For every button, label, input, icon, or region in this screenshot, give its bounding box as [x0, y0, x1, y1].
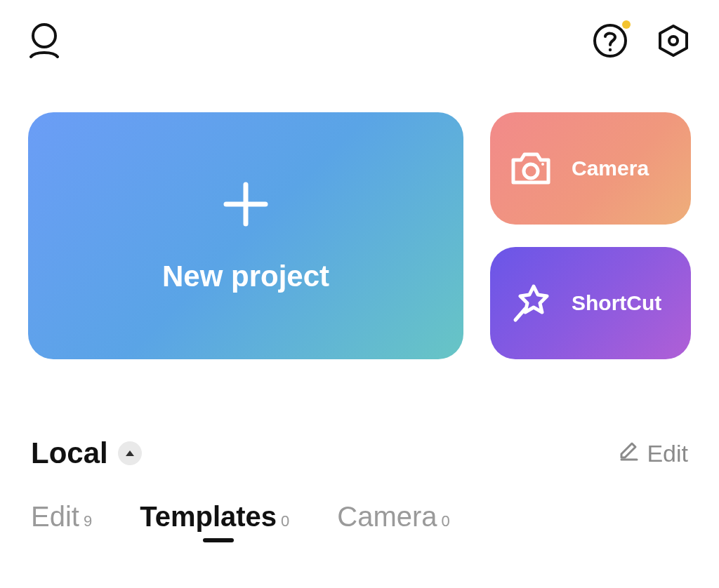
- settings-button[interactable]: [656, 23, 691, 61]
- shortcut-label: ShortCut: [572, 291, 661, 315]
- tab-count: 9: [84, 512, 92, 530]
- settings-icon: [656, 23, 691, 61]
- camera-card[interactable]: Camera: [490, 112, 691, 225]
- svg-point-0: [33, 25, 55, 47]
- action-cards: New project Camera ShortCut: [0, 70, 719, 359]
- header-right: [593, 23, 691, 61]
- pencil-icon: [617, 439, 640, 467]
- new-project-label: New project: [162, 260, 329, 293]
- edit-label: Edit: [647, 440, 688, 467]
- header: [0, 0, 719, 70]
- profile-icon: [28, 23, 60, 61]
- camera-icon: [510, 147, 552, 189]
- svg-point-2: [609, 48, 612, 51]
- tab-templates[interactable]: Templates 0: [140, 501, 289, 533]
- profile-button[interactable]: [28, 23, 60, 61]
- new-project-card[interactable]: New project: [28, 112, 463, 359]
- collapse-button[interactable]: [118, 441, 142, 465]
- side-cards: Camera ShortCut: [490, 112, 691, 359]
- tab-label: Camera: [337, 501, 437, 533]
- notification-dot: [622, 20, 631, 29]
- tab-label: Edit: [31, 501, 79, 533]
- svg-marker-10: [126, 450, 134, 456]
- magic-wand-star-icon: [510, 282, 552, 324]
- help-button[interactable]: [593, 23, 628, 61]
- help-icon: [593, 23, 628, 61]
- tab-camera[interactable]: Camera 0: [337, 501, 450, 533]
- shortcut-card[interactable]: ShortCut: [490, 247, 691, 359]
- svg-point-1: [595, 25, 626, 56]
- svg-line-9: [515, 309, 525, 320]
- tab-label: Templates: [140, 501, 277, 533]
- svg-point-8: [541, 163, 544, 166]
- edit-button[interactable]: Edit: [617, 439, 688, 467]
- svg-point-4: [669, 36, 678, 45]
- section-title: Local: [31, 436, 108, 470]
- header-left: [28, 23, 60, 61]
- tab-edit[interactable]: Edit 9: [31, 501, 92, 533]
- plus-icon: [220, 179, 271, 239]
- tab-count: 0: [442, 512, 450, 530]
- camera-label: Camera: [572, 156, 649, 180]
- svg-point-7: [524, 164, 538, 178]
- svg-marker-3: [660, 26, 687, 55]
- section-head: Local Edit: [31, 436, 688, 470]
- tabs: Edit 9 Templates 0 Camera 0: [0, 470, 719, 533]
- local-section: Local Edit: [0, 359, 719, 470]
- chevron-up-icon: [124, 449, 136, 457]
- tab-count: 0: [281, 512, 289, 530]
- section-title-wrap: Local: [31, 436, 142, 470]
